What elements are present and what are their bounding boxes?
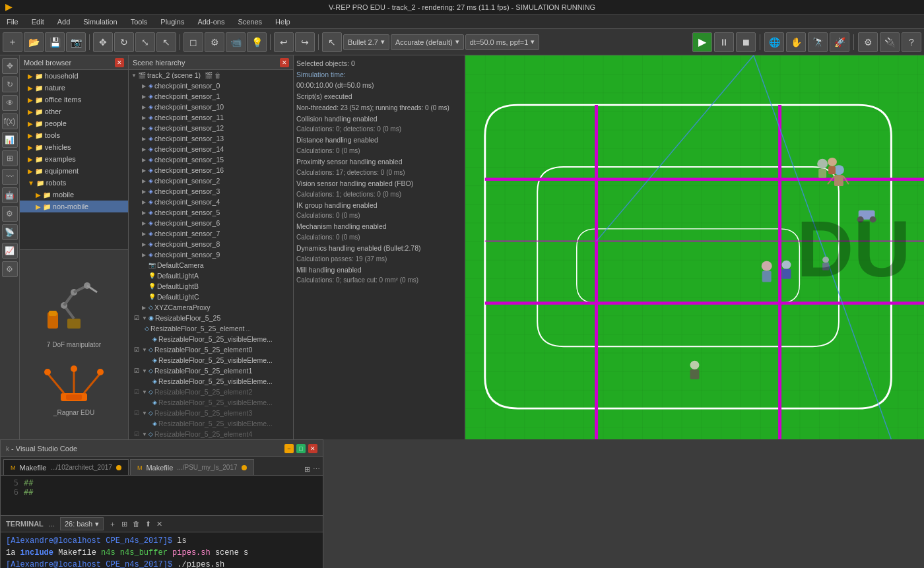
vscode-close-btn[interactable]: ✕ xyxy=(308,444,317,453)
split-editor-btn[interactable]: ⊞ xyxy=(304,465,310,474)
category-people[interactable]: ▶ 📁 people xyxy=(20,117,128,129)
zoom-btn[interactable]: 🔭 xyxy=(808,32,828,52)
orbit-btn[interactable]: 🌐 xyxy=(764,32,784,52)
scene-default-light-b[interactable]: 💡 DefaultLightB xyxy=(129,281,293,292)
sidebar-calc-icon[interactable]: 📊 xyxy=(2,132,18,148)
solver-dropdown[interactable]: Accurate (default) ▾ xyxy=(391,34,464,50)
scene-floor-visible2[interactable]: ◈ ResizableFloor_5_25_visibleEleme... xyxy=(129,397,293,408)
scene-checkpoint_sensor_5[interactable]: ▶ ◈ checkpoint_sensor_5 xyxy=(129,207,293,218)
category-equipment[interactable]: ▶ 📁 equipment xyxy=(20,165,128,177)
scale-btn[interactable]: ⤡ xyxy=(135,32,155,52)
vscode-tab-makefile2[interactable]: M Makefile .../PSU_my_ls_2017 xyxy=(130,459,254,475)
menu-file[interactable]: File xyxy=(0,15,25,28)
vscode-maximize-btn[interactable]: □ xyxy=(296,444,306,453)
scene-root[interactable]: ▼ 🎬 track_2 (scene 1) 🎬 🗑 xyxy=(129,70,293,80)
viewport[interactable]: DU xyxy=(465,55,924,439)
vscode-tab-makefile1[interactable]: M Makefile .../102architect_2017 xyxy=(3,459,129,475)
physics-engine-dropdown[interactable]: Bullet 2.7 ▾ xyxy=(343,34,389,50)
scene-checkpoint_sensor_7[interactable]: ▶ ◈ checkpoint_sensor_7 xyxy=(129,228,293,239)
scene-checkpoint_sensor_4[interactable]: ▶ ◈ checkpoint_sensor_4 xyxy=(129,197,293,207)
terminal-more-btn[interactable]: ... xyxy=(49,520,55,528)
code-content[interactable]: ## ## xyxy=(24,478,323,513)
scene-checkpoint_sensor_10[interactable]: ▶ ◈ checkpoint_sensor_10 xyxy=(129,102,293,112)
sidebar-graph-icon[interactable]: 📈 xyxy=(2,243,18,259)
scene-default-light-c[interactable]: 💡 DefaultLightC xyxy=(129,292,293,302)
scene-default-light-a[interactable]: 💡 DefaultLightA xyxy=(129,270,293,281)
vscode-minimize-btn[interactable]: − xyxy=(284,444,294,453)
pause-btn[interactable]: ⏸ xyxy=(714,32,734,52)
sidebar-robot-icon[interactable]: 🤖 xyxy=(2,187,18,203)
category-other[interactable]: ▶ 📁 other xyxy=(20,106,128,117)
scene-checkpoint_sensor_14[interactable]: ▶ ◈ checkpoint_sensor_14 xyxy=(129,144,293,154)
terminal-shell-dropdown[interactable]: 26: bash ▾ xyxy=(60,517,104,530)
scene-checkpoint_sensor_13[interactable]: ▶ ◈ checkpoint_sensor_13 xyxy=(129,133,293,144)
scene-resizable-floor[interactable]: ☑ ▼ ◉ ResizableFloor_5_25 xyxy=(129,313,293,323)
category-mobile[interactable]: ▶ 📁 mobile xyxy=(20,189,128,201)
scene-checkpoint_sensor_0[interactable]: ▶ ◈ checkpoint_sensor_0 xyxy=(129,80,293,91)
scene-checkpoint_sensor_8[interactable]: ▶ ◈ checkpoint_sensor_8 xyxy=(129,239,293,249)
object-btn[interactable]: ◻ xyxy=(183,32,203,52)
scene-floor-element[interactable]: ◇ ResizableFloor_5_25_element ... xyxy=(129,323,293,334)
category-robots[interactable]: ▼ 📁 robots xyxy=(20,177,128,189)
split-terminal-btn[interactable]: ⊞ xyxy=(121,520,127,528)
menu-help[interactable]: Help xyxy=(269,15,297,28)
sidebar-move-icon[interactable]: ✥ xyxy=(2,58,18,74)
new-scene-btn[interactable]: ＋ xyxy=(3,32,22,52)
menu-tools[interactable]: Tools xyxy=(124,15,154,28)
more-btn[interactable]: ⋯ xyxy=(313,465,320,474)
category-nature[interactable]: ▶ 📁 nature xyxy=(20,82,128,94)
stop-btn[interactable]: ⏹ xyxy=(736,32,756,52)
open-btn[interactable]: 📂 xyxy=(24,32,44,52)
flyover-btn[interactable]: 🚀 xyxy=(830,32,849,52)
save-btn[interactable]: 💾 xyxy=(45,32,65,52)
scene-checkpoint_sensor_12[interactable]: ▶ ◈ checkpoint_sensor_12 xyxy=(129,123,293,133)
kill-terminal-btn[interactable]: 🗑 xyxy=(133,520,140,528)
rotate-btn[interactable]: ↻ xyxy=(114,32,134,52)
menu-scenes[interactable]: Scenes xyxy=(231,15,269,28)
scene-checkpoint_sensor_11[interactable]: ▶ ◈ checkpoint_sensor_11 xyxy=(129,112,293,123)
category-examples[interactable]: ▶ 📁 examples xyxy=(20,153,128,165)
scene-checkpoint_sensor_16[interactable]: ▶ ◈ checkpoint_sensor_16 xyxy=(129,165,293,175)
scene-floor-visible3[interactable]: ◈ ResizableFloor_5_25_visibleEleme... xyxy=(129,418,293,429)
joint-btn[interactable]: ⚙ xyxy=(205,32,224,52)
scene-floor-element4[interactable]: ☑ ▼ ◇ ResizableFloor_5_25_element4 xyxy=(129,429,293,439)
pan-btn[interactable]: ✋ xyxy=(786,32,806,52)
sidebar-rotate-icon[interactable]: ↻ xyxy=(2,77,18,92)
maximize-terminal-btn[interactable]: ⬆ xyxy=(145,520,151,528)
category-vehicles[interactable]: ▶ 📁 vehicles xyxy=(20,141,128,153)
scene-floor-visible0[interactable]: ◈ ResizableFloor_5_25_visibleEleme... xyxy=(129,355,293,365)
sidebar-expand-icon[interactable]: ⊞ xyxy=(2,150,18,166)
redo-btn[interactable]: ↪ xyxy=(295,32,315,52)
sidebar-path-icon[interactable]: 〰 xyxy=(2,169,18,185)
plugins-btn[interactable]: 🔌 xyxy=(880,32,900,52)
settings-btn[interactable]: ⚙ xyxy=(858,32,878,52)
help-btn[interactable]: ? xyxy=(902,32,921,52)
sidebar-sensor-icon[interactable]: 📡 xyxy=(2,224,18,240)
menu-add-ons[interactable]: Add-ons xyxy=(191,15,231,28)
play-btn[interactable]: ▶ xyxy=(692,32,712,52)
category-non-mobile[interactable]: ▶ 📁 non-mobile xyxy=(20,201,128,212)
menu-simulation[interactable]: Simulation xyxy=(77,15,123,28)
scene-floor-visible1[interactable]: ◈ ResizableFloor_5_25_visibleEleme... xyxy=(129,334,293,344)
menu-edit[interactable]: Edit xyxy=(25,15,51,28)
sidebar-settings2-icon[interactable]: ⚙ xyxy=(2,261,18,277)
scene-floor-element0[interactable]: ☑ ▼ ◇ ResizableFloor_5_25_element0 xyxy=(129,344,293,355)
scene-default-camera[interactable]: 📷 DefaultCamera xyxy=(129,260,293,270)
undo-btn[interactable]: ↩ xyxy=(274,32,294,52)
menu-plugins[interactable]: Plugins xyxy=(154,15,191,28)
scene-checkpoint_sensor_9[interactable]: ▶ ◈ checkpoint_sensor_9 xyxy=(129,249,293,260)
pointer-btn[interactable]: ↖ xyxy=(322,32,342,52)
close-terminal-btn[interactable]: ✕ xyxy=(156,520,162,528)
model-browser-close[interactable]: ✕ xyxy=(115,58,124,67)
scene-hierarchy-close[interactable]: ✕ xyxy=(280,58,289,67)
select-btn[interactable]: ↖ xyxy=(156,32,176,52)
scene-floor-element3[interactable]: ☑ ▼ ◇ ResizableFloor_5_25_element3 xyxy=(129,408,293,418)
category-household[interactable]: ▶ 📁 household xyxy=(20,70,128,82)
scene-floor-element2[interactable]: ☑ ▼ ◇ ResizableFloor_5_25_element2 xyxy=(129,387,293,397)
scene-floor-element1[interactable]: ☑ ▼ ◇ ResizableFloor_5_25_element1 xyxy=(129,365,293,376)
light-btn[interactable]: 💡 xyxy=(247,32,267,52)
scene-xyz-proxy[interactable]: ▶ ◇ XYZCameraProxy xyxy=(129,302,293,313)
scene-checkpoint_sensor_3[interactable]: ▶ ◈ checkpoint_sensor_3 xyxy=(129,186,293,197)
scene-checkpoint_sensor_2[interactable]: ▶ ◈ checkpoint_sensor_2 xyxy=(129,175,293,186)
sidebar-view-icon[interactable]: 👁 xyxy=(2,95,18,111)
